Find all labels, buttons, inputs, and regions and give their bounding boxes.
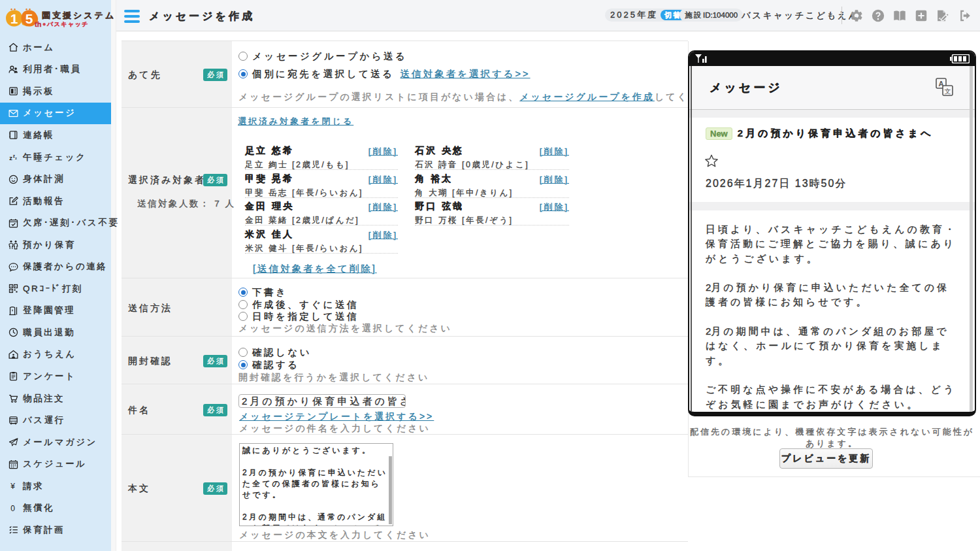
svg-text:文: 文	[945, 88, 951, 95]
svg-text:¥: ¥	[10, 482, 16, 491]
svg-text:z: z	[15, 157, 18, 160]
svg-text:1: 1	[10, 11, 18, 26]
svg-text:0: 0	[10, 504, 16, 513]
svg-text:5: 5	[25, 11, 33, 26]
